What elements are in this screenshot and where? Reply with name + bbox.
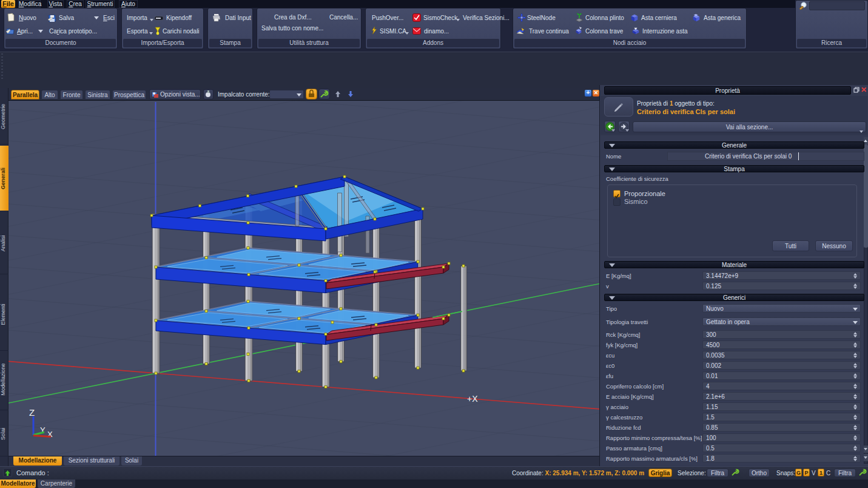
svg-text:Z: Z — [29, 407, 35, 418]
svg-text:+X: +X — [467, 394, 478, 404]
